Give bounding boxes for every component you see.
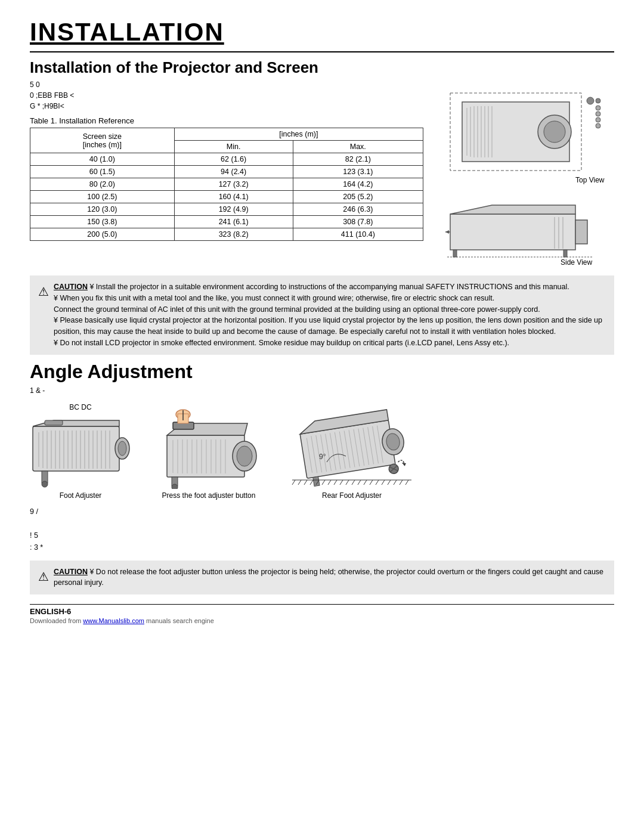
page-footer: ENGLISH-6 Downloaded from www.Manualslib… xyxy=(30,604,614,624)
svg-point-78 xyxy=(172,484,178,489)
svg-line-111 xyxy=(322,480,325,485)
downloaded-text: Downloaded from xyxy=(30,617,83,624)
table-cell-min: 323 (8.2) xyxy=(174,228,293,241)
table-cell-screen: 150 (3.8) xyxy=(30,216,175,228)
fig1-label: BC DC xyxy=(69,402,91,413)
table-cell-screen: 200 (5.0) xyxy=(30,228,175,241)
svg-point-60 xyxy=(237,446,252,466)
caution1-label: CAUTION xyxy=(54,283,88,291)
svg-text:9°: 9° xyxy=(319,453,326,461)
svg-line-112 xyxy=(328,480,331,485)
table-cell-min: 94 (2.4) xyxy=(174,166,293,178)
caution2-content: CAUTION ¥ Do not release the foot adjust… xyxy=(54,566,606,589)
section1-heading: Installation of the Projector and Screen xyxy=(30,58,614,77)
caution2-text: ¥ Do not release the foot adjuster butto… xyxy=(54,568,603,587)
top-view-svg: Top View xyxy=(444,90,605,188)
svg-line-106 xyxy=(292,480,295,485)
figure-rear-foot: 9° xyxy=(286,402,417,500)
caution2-label: CAUTION xyxy=(54,568,88,576)
subtitle-line2: 0 ;EBB FBB < xyxy=(30,90,423,101)
table-col-max: Max. xyxy=(293,141,423,153)
side-view-container: Side View xyxy=(444,202,605,270)
downloaded-from: Downloaded from www.Manualslib.com manua… xyxy=(30,617,614,624)
table-row: 150 (3.8)241 (6.1)308 (7.8) xyxy=(30,216,423,228)
caution-box-1: ⚠ CAUTION ¥ Install the projector in a s… xyxy=(30,275,614,355)
warning-icon-1: ⚠ xyxy=(38,283,49,349)
svg-rect-20 xyxy=(450,214,575,250)
table-cell-min: 192 (4.9) xyxy=(174,203,293,216)
svg-point-35 xyxy=(118,441,126,456)
table-cell-screen: 60 (1.5) xyxy=(30,166,175,178)
table-cell-max: 164 (4.2) xyxy=(293,178,423,191)
figure-foot-adjuster: BC DC xyxy=(30,402,131,500)
installation-left: 0 ;EBB FBB < G * ;H9BI< Table 1. Install… xyxy=(30,90,423,270)
angle-note-2: ! 5 xyxy=(30,529,614,541)
caution1-text4: ¥ Please basically use liquid crystal pr… xyxy=(54,316,602,336)
table-cell-max: 411 (10.4) xyxy=(293,228,423,241)
svg-text:Side View: Side View xyxy=(561,258,592,267)
page-label: ENGLISH-6 xyxy=(30,607,614,616)
svg-point-18 xyxy=(596,123,600,128)
table-cell-max: 82 (2.1) xyxy=(293,153,423,166)
svg-marker-31 xyxy=(445,230,449,234)
top-view-container: Top View xyxy=(444,90,605,190)
angle-subtitle: 1 & - xyxy=(30,385,614,396)
table-cell-max: 205 (5.2) xyxy=(293,191,423,203)
figure-press-button: Press the foot adjuster button xyxy=(149,405,268,500)
rear-foot-svg: 9° xyxy=(286,402,417,489)
angle-notes: 9 / ! 5 : 3 * xyxy=(30,506,614,553)
table-cell-min: 62 (1.6) xyxy=(174,153,293,166)
angle-figures: BC DC xyxy=(30,402,614,500)
svg-line-120 xyxy=(376,480,379,485)
svg-line-124 xyxy=(400,480,402,485)
svg-line-109 xyxy=(310,480,313,485)
svg-line-108 xyxy=(304,480,307,485)
caution1-text3: Connect the ground terminal of AC inlet … xyxy=(54,305,540,314)
angle-adjustment-section: Angle Adjustment 1 & - BC DC xyxy=(30,361,614,553)
table-row: 100 (2.5)160 (4.1)205 (5.2) xyxy=(30,191,423,203)
subtitle-line1: 5 0 xyxy=(30,79,614,90)
svg-line-117 xyxy=(358,480,361,485)
caution-box-2: ⚠ CAUTION ¥ Do not release the foot adju… xyxy=(30,561,614,595)
svg-line-114 xyxy=(340,480,343,485)
installation-right: Top View xyxy=(435,90,614,270)
caution1-text2: ¥ When you fix this unit with a metal to… xyxy=(54,294,494,302)
svg-point-15 xyxy=(596,106,600,110)
table-heading: Table 1. Installation Reference xyxy=(30,116,423,125)
svg-line-121 xyxy=(382,480,385,485)
table-col2-header: [inches (m)] xyxy=(174,128,423,141)
table-row: 60 (1.5)94 (2.4)123 (3.1) xyxy=(30,166,423,178)
page-title: INSTALLATION xyxy=(30,18,614,47)
angle-heading: Angle Adjustment xyxy=(30,361,614,383)
svg-line-107 xyxy=(298,480,301,485)
svg-line-116 xyxy=(352,480,355,485)
svg-rect-56 xyxy=(45,420,63,425)
table-cell-max: 123 (3.1) xyxy=(293,166,423,178)
table-row: 200 (5.0)323 (8.2)411 (10.4) xyxy=(30,228,423,241)
fig2-caption: Press the foot adjuster button xyxy=(162,491,256,500)
subtitle-line3: G * ;H9BI< xyxy=(30,101,423,112)
table-cell-screen: 40 (1.0) xyxy=(30,153,175,166)
svg-line-115 xyxy=(346,480,349,485)
svg-line-113 xyxy=(334,480,337,485)
svg-line-125 xyxy=(405,480,408,485)
svg-rect-23 xyxy=(453,250,457,257)
foot-adjuster-svg xyxy=(30,417,131,489)
svg-rect-24 xyxy=(564,250,567,257)
svg-text:Top View: Top View xyxy=(575,176,605,184)
svg-line-118 xyxy=(364,480,367,485)
table-col1-header: Screen size[inches (m)] xyxy=(30,128,175,153)
manualslib-link[interactable]: www.Manualslib.com xyxy=(83,617,144,624)
svg-rect-32 xyxy=(33,426,119,471)
svg-point-3 xyxy=(544,121,565,143)
fig3-caption: Rear Foot Adjuster xyxy=(322,491,382,500)
engine-text: manuals search engine xyxy=(144,617,214,624)
angle-note-3: : 3 * xyxy=(30,541,614,553)
reference-table: Screen size[inches (m)] [inches (m)] Min… xyxy=(30,128,423,241)
svg-point-13 xyxy=(587,97,594,104)
table-cell-max: 246 (6.3) xyxy=(293,203,423,216)
svg-line-122 xyxy=(388,480,391,485)
table-cell-screen: 80 (2.0) xyxy=(30,178,175,191)
table-cell-min: 127 (3.2) xyxy=(174,178,293,191)
table-row: 40 (1.0)62 (1.6)82 (2.1) xyxy=(30,153,423,166)
